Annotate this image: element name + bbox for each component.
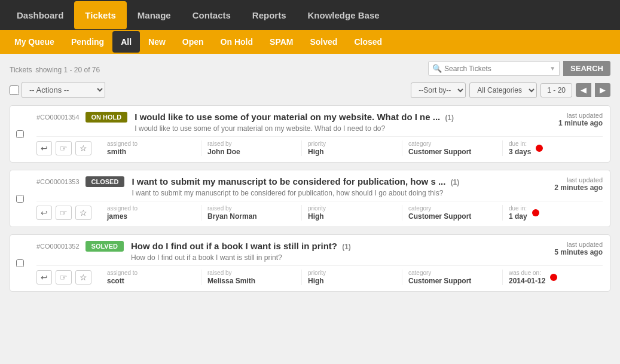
- ticket-updated: last updated1 minute ago: [543, 112, 603, 127]
- ticket-title[interactable]: I want to submit my manuscript to be con…: [132, 176, 536, 186]
- nav-contacts[interactable]: Contacts: [182, 1, 242, 29]
- ticket-title-area: I would like to use some of your materia…: [127, 112, 543, 133]
- status-badge: SOLVED: [85, 241, 124, 252]
- subnav-closed[interactable]: Closed: [346, 31, 390, 53]
- search-input[interactable]: [444, 65, 549, 73]
- search-button[interactable]: SEARCH: [563, 61, 610, 76]
- reply-button[interactable]: ↩: [36, 141, 52, 155]
- assigned-to-value: smith: [107, 148, 126, 156]
- subnav-new[interactable]: New: [140, 31, 174, 53]
- due-meta: due in: 3 days: [503, 140, 603, 156]
- star-button[interactable]: ☆: [75, 270, 91, 285]
- category-label: category: [408, 140, 496, 147]
- raised-by-label: raised by: [207, 205, 295, 212]
- title-row: Tickets showing 1 - 20 of 76 🔍 ▼ SEARCH: [10, 61, 610, 76]
- subnav-on-hold[interactable]: On Hold: [212, 31, 261, 53]
- priority-value: High: [308, 212, 324, 221]
- prev-page-button[interactable]: ◀: [576, 83, 591, 97]
- ticket-title[interactable]: I would like to use some of your materia…: [135, 112, 536, 122]
- category-meta: category Customer Support: [402, 205, 503, 221]
- actions-select[interactable]: -- Actions --: [22, 82, 105, 98]
- ticket-id: #CO00001353: [36, 178, 80, 185]
- ticket-checkbox-col: [10, 235, 29, 291]
- assigned-to-meta: assigned to scott: [101, 270, 201, 285]
- ticket-card: #CO00001353 CLOSED I want to submit my m…: [10, 170, 610, 227]
- ticket-meta: assigned to james raised by Bryan Norman…: [101, 205, 603, 221]
- category-value: Customer Support: [408, 212, 471, 221]
- assign-button[interactable]: ☞: [56, 270, 72, 285]
- ticket-title[interactable]: How do I find out if a book I want is st…: [131, 241, 536, 251]
- ticket-action-icons: ↩ ☞ ☆: [36, 141, 91, 155]
- subnav-spam[interactable]: SPAM: [261, 31, 301, 53]
- ticket-action-icons: ↩ ☞ ☆: [36, 206, 91, 220]
- search-wrapper: 🔍 ▼: [428, 61, 560, 76]
- assign-button[interactable]: ☞: [56, 206, 72, 220]
- dropdown-arrow-icon: ▼: [549, 65, 555, 72]
- ticket-checkbox-col: [10, 170, 29, 227]
- ticket-footer: ↩ ☞ ☆ assigned to james raised by Bryan …: [36, 201, 603, 221]
- reply-button[interactable]: ↩: [36, 270, 52, 285]
- category-label: category: [408, 205, 496, 212]
- raised-by-label: raised by: [207, 140, 295, 147]
- ticket-id: #CO00001352: [36, 243, 80, 250]
- category-value: Customer Support: [408, 148, 471, 156]
- ticket-checkbox[interactable]: [16, 259, 24, 267]
- ticket-card: #CO00001354 ON HOLD I would like to use …: [10, 105, 610, 163]
- sort-select[interactable]: --Sort by--: [411, 82, 466, 98]
- priority-value: High: [308, 148, 324, 156]
- ticket-id-status: #CO00001354 ON HOLD: [36, 112, 127, 123]
- raised-by-meta: raised by Melissa Smith: [201, 270, 302, 285]
- sub-navigation: My Queue Pending All New Open On Hold SP…: [0, 30, 620, 54]
- subnav-solved[interactable]: Solved: [301, 31, 346, 53]
- assign-button[interactable]: ☞: [56, 141, 72, 155]
- nav-manage[interactable]: Manage: [127, 1, 182, 29]
- star-button[interactable]: ☆: [75, 141, 91, 155]
- nav-knowledge-base[interactable]: Knowledge Base: [297, 1, 390, 29]
- main-content: Tickets showing 1 - 20 of 76 🔍 ▼ SEARCH …: [0, 54, 620, 364]
- nav-tickets[interactable]: Tickets: [74, 1, 126, 29]
- priority-meta: priority High: [302, 270, 402, 285]
- ticket-checkbox[interactable]: [16, 195, 24, 203]
- category-meta: category Customer Support: [402, 140, 503, 156]
- top-navigation: Dashboard Tickets Manage Contacts Report…: [0, 0, 620, 30]
- select-all-checkbox[interactable]: [10, 85, 19, 95]
- ticket-header: #CO00001352 SOLVED How do I find out if …: [36, 241, 603, 262]
- ticket-body: #CO00001353 CLOSED I want to submit my m…: [29, 170, 610, 227]
- raised-by-value: John Doe: [207, 148, 240, 156]
- ticket-title-area: I want to submit my manuscript to be con…: [124, 176, 543, 197]
- nav-reports[interactable]: Reports: [242, 1, 297, 29]
- reply-count: (1): [445, 114, 454, 122]
- ticket-preview: How do I find out if a book I want is st…: [131, 253, 536, 262]
- category-label: category: [408, 270, 496, 276]
- star-button[interactable]: ☆: [75, 206, 91, 220]
- ticket-meta: assigned to scott raised by Melissa Smit…: [101, 270, 603, 285]
- ticket-checkbox[interactable]: [16, 130, 24, 138]
- ticket-footer: ↩ ☞ ☆ assigned to smith raised by John D…: [36, 136, 603, 156]
- ticket-footer: ↩ ☞ ☆ assigned to scott raised by Meliss…: [36, 265, 603, 285]
- category-select[interactable]: All Categories: [469, 82, 537, 98]
- nav-dashboard[interactable]: Dashboard: [6, 1, 74, 29]
- assigned-to-meta: assigned to smith: [101, 140, 201, 156]
- reply-count: (1): [451, 178, 460, 186]
- search-icon: 🔍: [432, 64, 442, 73]
- category-meta: category Customer Support: [402, 270, 503, 285]
- due-value: 3 days: [509, 148, 531, 156]
- next-page-button[interactable]: ▶: [595, 83, 610, 97]
- raised-by-value: Melissa Smith: [207, 277, 255, 285]
- subnav-all[interactable]: All: [112, 31, 140, 53]
- subnav-pending[interactable]: Pending: [63, 31, 112, 53]
- priority-dot: [532, 209, 539, 216]
- subnav-open[interactable]: Open: [174, 31, 212, 53]
- due-label: was due on:: [509, 270, 545, 276]
- ticket-header: #CO00001354 ON HOLD I would like to use …: [36, 112, 603, 133]
- actions-area: -- Actions --: [10, 82, 105, 98]
- priority-dot: [536, 145, 543, 152]
- ticket-preview: I want to submit my manuscript to be con…: [132, 189, 536, 197]
- assigned-to-value: scott: [107, 277, 124, 285]
- subnav-my-queue[interactable]: My Queue: [6, 31, 63, 53]
- priority-dot: [550, 274, 557, 281]
- assigned-to-value: james: [107, 212, 127, 221]
- due-label: due in:: [509, 140, 531, 147]
- ticket-id-status: #CO00001353 CLOSED: [36, 176, 124, 187]
- reply-button[interactable]: ↩: [36, 206, 52, 220]
